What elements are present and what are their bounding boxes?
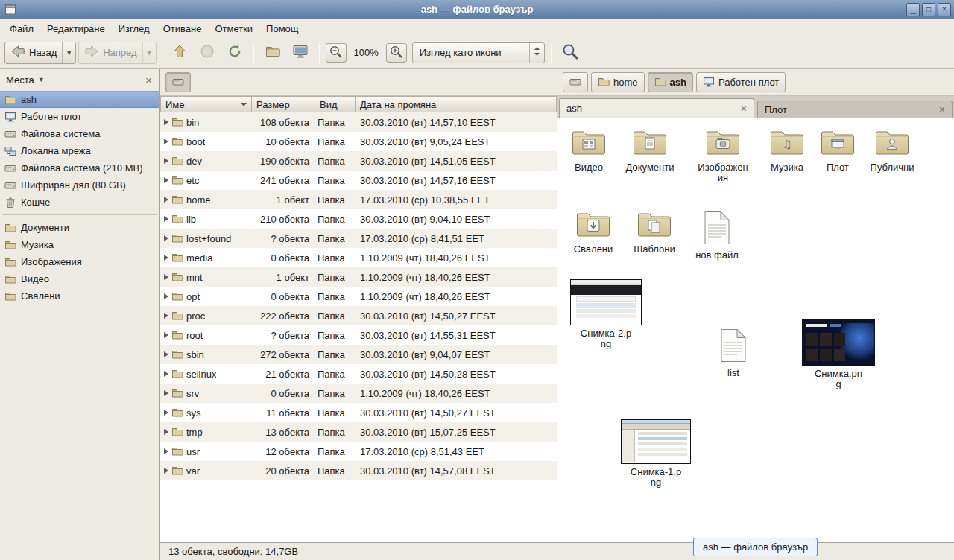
close-sidebar-button[interactable]: × [145,74,152,86]
table-row[interactable]: mnt1 обектПапка1.10.2009 (чт) 18,40,26 E… [160,267,557,287]
menu-item-view[interactable]: Изглед [112,19,157,37]
menu-item-file[interactable]: Файл [3,19,40,37]
expander-icon[interactable] [164,197,168,203]
icon-item-new-file[interactable]: нов файл [686,211,748,261]
table-row[interactable]: dev190 обектаПапка30.03.2010 (вт) 14,51,… [160,151,557,171]
table-row[interactable]: var20 обектаПапка30.03.2010 (вт) 14,57,0… [160,461,557,480]
expander-icon[interactable] [164,255,168,261]
sidebar-item-images[interactable]: Изображения [0,253,159,270]
expander-icon[interactable] [164,216,168,222]
table-row[interactable]: sbin272 обектаПапка30.03.2010 (вт) 9,04,… [160,345,557,364]
icon-item-snimka[interactable]: Снимка.png [797,319,880,389]
home-button[interactable] [260,41,285,65]
search-button[interactable] [557,41,583,65]
expander-icon[interactable] [164,119,168,125]
icon-item-images[interactable]: Изображения [692,127,754,183]
menu-item-go[interactable]: Отиване [157,19,209,37]
sidebar-item-filesystem-210[interactable]: Файлова система (210 MB) [0,159,159,176]
icon-item-snimka-1[interactable]: Снимка-1.png [616,419,695,488]
sidebar-item-desktop[interactable]: Работен плот [0,108,159,125]
sidebar-title[interactable]: Места [6,74,34,86]
expander-icon[interactable] [164,332,168,338]
menu-item-bookmarks[interactable]: Отметки [208,19,259,37]
sidebar-item-network[interactable]: Локална мрежа [0,142,159,159]
menu-item-help[interactable]: Помощ [259,19,305,37]
table-row[interactable]: lost+found? обектаПапка17.03.2010 (ср) 8… [160,229,557,248]
view-mode-select[interactable]: Изглед като икони [412,42,545,63]
column-header-date[interactable]: Дата на промяна [356,96,557,112]
sidebar-item-downloads[interactable]: Свалени [0,287,159,305]
icon-item-snimka-2[interactable]: Снимка-2.png [566,279,645,349]
expander-icon[interactable] [164,139,168,144]
column-header-name[interactable]: Име [160,96,252,112]
reload-button[interactable] [222,41,247,65]
expander-icon[interactable] [164,410,168,416]
icon-item-documents[interactable]: Документи [619,127,681,173]
close-tab-icon[interactable]: × [939,104,945,115]
table-row[interactable]: bin108 обектаПапка30.03.2010 (вт) 14,57,… [160,112,557,132]
menu-item-edit[interactable]: Редактиране [40,19,112,37]
sidebar-item-encrypted-80[interactable]: Шифриран дял (80 GB) [0,176,159,194]
expander-icon[interactable] [164,429,168,435]
expander-icon[interactable] [164,468,168,474]
breadcrumb-root[interactable] [563,72,588,92]
sidebar-item-filesystem[interactable]: Файлова система [0,125,159,142]
table-row[interactable]: lib210 обектаПапка30.03.2010 (вт) 9,04,1… [160,209,557,229]
sidebar-item-documents[interactable]: Документи [0,219,159,236]
expander-icon[interactable] [164,313,168,319]
column-header-type[interactable]: Вид [315,96,356,112]
up-button[interactable] [167,41,192,65]
minimize-button[interactable]: ▁ [906,3,920,16]
zoom-in-button[interactable] [386,43,407,63]
column-header-size[interactable]: Размер [252,96,315,112]
icon-item-list[interactable]: list [702,328,765,378]
expander-icon[interactable] [164,293,168,299]
expander-icon[interactable] [164,371,168,377]
forward-button[interactable]: Напред [79,42,142,63]
zoom-out-button[interactable] [326,43,347,63]
expander-icon[interactable] [164,448,168,454]
icon-item-video[interactable]: Видео [557,127,620,173]
stop-button[interactable] [195,41,220,65]
table-row[interactable]: usr12 обектаПапка17.03.2010 (ср) 8,51,43… [160,442,557,461]
table-row[interactable]: etc241 обектаПапка30.03.2010 (вт) 14,57,… [160,171,557,190]
table-row[interactable]: opt0 обектаПапка1.10.2009 (чт) 18,40,26 … [160,287,557,306]
back-button[interactable]: Назад [5,42,62,63]
tab-plot[interactable]: Плот× [757,101,953,118]
sidebar-item-video[interactable]: Видео [0,270,159,287]
icon-item-templates[interactable]: Шаблони [623,209,686,255]
icon-item-public[interactable]: Публични [861,127,923,173]
table-row[interactable]: selinux21 обектаПапка30.03.2010 (вт) 14,… [160,364,557,384]
icon-item-plot[interactable]: Плот [806,127,869,173]
expander-icon[interactable] [164,177,168,183]
expander-icon[interactable] [164,235,168,241]
breadcrumb-ash[interactable]: ash [648,72,693,92]
table-row[interactable]: sys11 обектаПапка30.03.2010 (вт) 14,50,2… [160,403,557,422]
table-row[interactable]: proc222 обектаПапка30.03.2010 (вт) 14,50… [160,306,557,325]
close-tab-icon[interactable]: × [741,104,747,114]
expander-icon[interactable] [164,158,168,164]
table-row[interactable]: tmp13 обектаПапка30.03.2010 (вт) 15,07,2… [160,422,557,442]
expander-icon[interactable] [164,390,168,396]
close-button[interactable]: × [938,3,951,16]
table-row[interactable]: media0 обектаПапка1.10.2009 (чт) 18,40,2… [160,248,557,267]
icon-item-downloads[interactable]: Свалени [562,209,625,255]
table-row[interactable]: home1 обектПапка17.03.2010 (ср) 10,38,55… [160,190,557,209]
chevron-down-icon[interactable]: ▼ [38,76,45,83]
computer-button[interactable] [288,41,313,65]
sidebar-item-ash[interactable]: ash [0,91,159,108]
back-history-dropdown[interactable]: ▼ [62,42,75,63]
tab-ash[interactable]: ash× [559,98,754,118]
sidebar-item-trash[interactable]: Кошче [0,194,159,211]
breadcrumb-root[interactable] [165,72,191,92]
expander-icon[interactable] [164,274,168,280]
table-row[interactable]: srv0 обектаПапка1.10.2009 (чт) 18,40,26 … [160,384,557,403]
sidebar-item-music[interactable]: Музика [0,236,159,253]
forward-history-dropdown[interactable]: ▼ [142,42,156,63]
table-row[interactable]: boot10 обектаПапка30.03.2010 (вт) 9,05,2… [160,132,557,151]
breadcrumb-home[interactable]: home [591,72,645,92]
expander-icon[interactable] [164,351,168,357]
table-row[interactable]: root? обектаПапка30.03.2010 (вт) 14,55,3… [160,325,557,345]
breadcrumb-desktop[interactable]: Работен плот [696,72,786,92]
maximize-button[interactable]: □ [922,3,935,16]
